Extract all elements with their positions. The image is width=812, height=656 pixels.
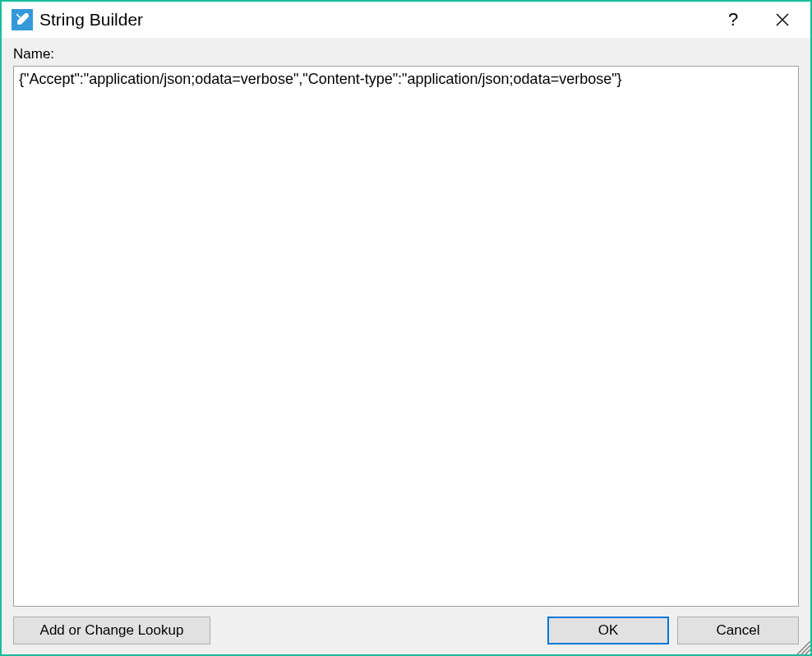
- close-button[interactable]: [758, 2, 807, 37]
- add-or-change-lookup-button[interactable]: Add or Change Lookup: [13, 617, 210, 644]
- resize-grip-icon: [794, 638, 810, 654]
- help-button[interactable]: ?: [708, 2, 758, 37]
- tools-icon: [12, 9, 33, 30]
- svg-line-4: [801, 645, 810, 654]
- titlebar: String Builder ?: [2, 2, 810, 38]
- ok-button[interactable]: OK: [547, 617, 669, 644]
- svg-point-0: [25, 14, 28, 17]
- resize-grip[interactable]: [794, 638, 810, 654]
- content-area: Name:: [2, 38, 810, 607]
- button-row: Add or Change Lookup OK Cancel: [2, 607, 810, 654]
- cancel-button[interactable]: Cancel: [677, 617, 799, 644]
- close-icon: [776, 13, 789, 26]
- name-label: Name:: [13, 46, 799, 62]
- dialog-title: String Builder: [39, 10, 708, 30]
- name-input[interactable]: [13, 66, 799, 607]
- titlebar-controls: ?: [708, 2, 807, 37]
- string-builder-dialog: String Builder ? Name: Add or Change Loo…: [0, 0, 812, 656]
- help-icon: ?: [728, 9, 738, 30]
